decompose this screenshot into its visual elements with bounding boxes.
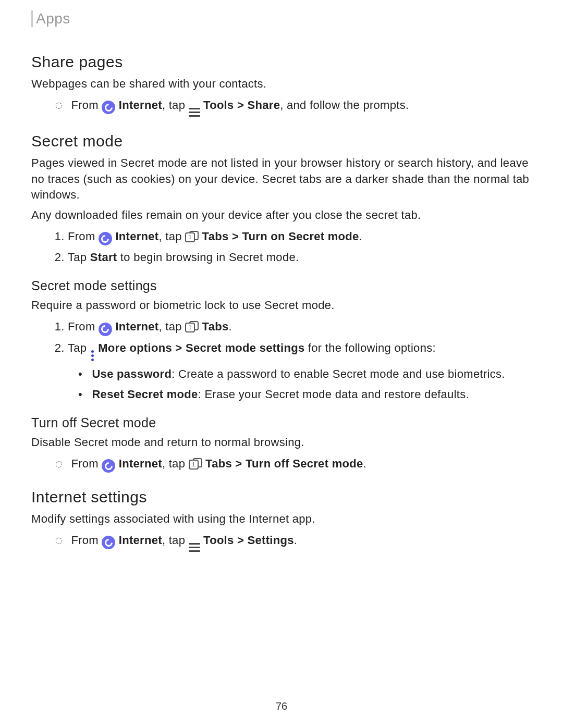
tabs-icon: 1 xyxy=(185,321,199,332)
text-gt: > xyxy=(234,98,248,112)
option-desc: : Erase your Secret mode data and restor… xyxy=(198,388,469,401)
settings-step1: From Internet, tap 1 Tabs. xyxy=(68,318,532,336)
text-tabs: Tabs xyxy=(202,320,229,333)
internet-settings-step: From Internet, tap Tools > Settings. xyxy=(68,532,532,552)
internet-icon xyxy=(99,323,112,336)
text-tap: , tap xyxy=(162,534,189,547)
secret-mode-step2: Tap Start to begin browsing in Secret mo… xyxy=(68,249,532,266)
text-share: Share xyxy=(248,98,280,112)
text-gt: > xyxy=(234,534,248,547)
text-gt: > xyxy=(232,457,246,470)
text-internet: Internet xyxy=(115,230,158,243)
text-end: to begin browsing in Secret mode. xyxy=(117,251,299,264)
text-gt: > xyxy=(172,341,186,354)
text-tap: , tap xyxy=(162,457,189,470)
settings-option1: Use password: Create a password to enabl… xyxy=(89,365,532,382)
document-page: Apps Share pages Webpages can be shared … xyxy=(0,0,563,587)
internet-icon xyxy=(99,232,112,245)
turn-off-step: From Internet, tap 1 Tabs > Turn off Sec… xyxy=(68,455,532,473)
tools-icon xyxy=(189,108,200,117)
text-more: More options xyxy=(98,341,172,354)
secret-mode-step1: From Internet, tap 1 Tabs > Turn on Secr… xyxy=(68,228,532,246)
secret-mode-settings-heading: Secret mode settings xyxy=(31,278,532,293)
tools-icon xyxy=(189,543,200,552)
text-start: Start xyxy=(90,251,117,264)
text-tap: Tap xyxy=(68,251,90,264)
text-end: , and follow the prompts. xyxy=(280,98,409,112)
text-from: From xyxy=(71,534,102,547)
more-options-icon xyxy=(91,350,94,361)
text-period: . xyxy=(229,320,232,333)
text-tabs: Tabs xyxy=(205,457,232,470)
share-pages-heading: Share pages xyxy=(31,53,532,71)
option-desc: : Create a password to enable Secret mod… xyxy=(172,367,505,380)
secret-mode-p2: Any downloaded files remain on your devi… xyxy=(31,207,532,224)
secret-mode-p1: Pages viewed in Secret mode are not list… xyxy=(31,155,532,203)
text-settings: Settings xyxy=(248,534,294,547)
option-title: Reset Secret mode xyxy=(92,388,198,401)
section-header: Apps xyxy=(31,10,532,27)
text-internet: Internet xyxy=(119,98,162,112)
internet-settings-heading: Internet settings xyxy=(31,488,532,506)
text-internet: Internet xyxy=(119,457,162,470)
secret-mode-heading: Secret mode xyxy=(31,132,532,150)
tabs-icon: 1 xyxy=(185,231,199,242)
secret-mode-steps: From Internet, tap 1 Tabs > Turn on Secr… xyxy=(31,228,532,266)
secret-mode-settings-intro: Require a password or biometric lock to … xyxy=(31,298,532,314)
text-tap: , tap xyxy=(158,320,185,333)
text-action: Turn on Secret mode xyxy=(242,230,359,243)
internet-icon xyxy=(102,536,115,549)
settings-options: Use password: Create a password to enabl… xyxy=(68,365,532,403)
text-from: From xyxy=(68,320,99,333)
text-tools: Tools xyxy=(203,98,234,112)
share-pages-steps: From Internet, tap Tools > Share, and fo… xyxy=(31,96,532,117)
text-from: From xyxy=(71,457,102,470)
text-tabs: Tabs xyxy=(202,230,229,243)
share-pages-step: From Internet, tap Tools > Share, and fo… xyxy=(68,96,532,117)
text-tools: Tools xyxy=(203,534,234,547)
text-sms: Secret mode settings xyxy=(186,341,305,354)
text-action: Turn off Secret mode xyxy=(246,457,363,470)
turn-off-steps: From Internet, tap 1 Tabs > Turn off Sec… xyxy=(31,455,532,473)
settings-step2: Tap More options > Secret mode settings … xyxy=(68,339,532,403)
turn-off-secret-mode-heading: Turn off Secret mode xyxy=(31,415,532,430)
secret-mode-settings-steps: From Internet, tap 1 Tabs. Tap More opti… xyxy=(31,318,532,403)
internet-icon xyxy=(102,459,115,473)
text-from: From xyxy=(68,230,99,243)
option-title: Use password xyxy=(92,367,172,380)
text-end: for the following options: xyxy=(304,341,435,354)
internet-settings-intro: Modify settings associated with using th… xyxy=(31,511,532,527)
text-period: . xyxy=(363,457,366,470)
internet-icon xyxy=(102,101,115,114)
turn-off-secret-mode-intro: Disable Secret mode and return to normal… xyxy=(31,435,532,451)
text-from: From xyxy=(71,98,102,112)
internet-settings-steps: From Internet, tap Tools > Settings. xyxy=(31,532,532,552)
text-gt: > xyxy=(229,230,242,243)
share-pages-intro: Webpages can be shared with your contact… xyxy=(31,76,532,92)
text-tap: , tap xyxy=(158,230,185,243)
text-internet: Internet xyxy=(115,320,158,333)
text-tap: Tap xyxy=(68,341,90,354)
tabs-icon: 1 xyxy=(189,458,202,470)
page-number: 76 xyxy=(0,700,563,712)
text-period: . xyxy=(294,534,297,547)
text-tap: , tap xyxy=(162,98,189,112)
text-internet: Internet xyxy=(119,534,162,547)
text-period: . xyxy=(359,230,362,243)
settings-option2: Reset Secret mode: Erase your Secret mod… xyxy=(89,386,532,403)
